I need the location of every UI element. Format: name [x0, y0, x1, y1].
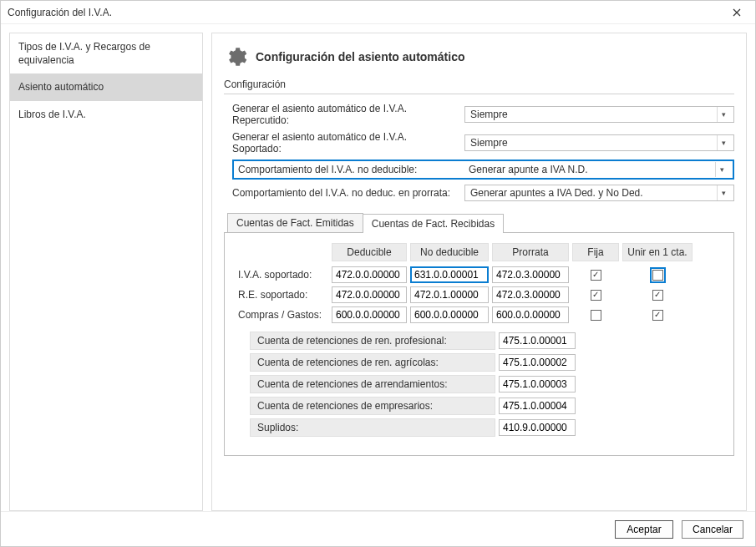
tab-1[interactable]: Cuentas de Fact. Recibidas: [363, 214, 504, 233]
retention-label-3: Cuenta de retenciones de empresarios:: [250, 397, 495, 415]
config-row-2: Comportamiento del I.V.A. no deducible:G…: [232, 160, 734, 180]
window: Configuración del I.V.A. Tipos de I.V.A.…: [0, 0, 756, 547]
retentions: Cuenta de retenciones de ren. profesiona…: [250, 332, 722, 437]
cancel-button[interactable]: Cancelar: [682, 520, 743, 539]
section-title: Configuración: [224, 79, 734, 94]
grid-header-1: No deducible: [410, 243, 489, 261]
config-row-3: Comportamiento del I.V.A. no deduc. en p…: [232, 185, 734, 201]
chk-unir-1[interactable]: ✓: [652, 290, 663, 301]
chevron-down-icon: ▾: [717, 135, 730, 150]
grid-header-0: Deducible: [332, 243, 407, 261]
grid-header-2: Prorrata: [492, 243, 569, 261]
retention-label-1: Cuenta de retenciones de ren. agrícolas:: [250, 353, 495, 372]
chk-unir-2[interactable]: ✓: [652, 310, 663, 321]
retention-label-2: Cuenta de retenciones de arrendamientos:: [250, 375, 495, 393]
retention-row-3: Cuenta de retenciones de empresarios:: [250, 397, 722, 415]
close-button[interactable]: [725, 1, 748, 24]
cell-deducible-1[interactable]: [332, 286, 407, 303]
config-row-1: Generar el asiento automático de I.V.A. …: [232, 131, 734, 154]
retention-value-3[interactable]: [499, 398, 576, 414]
sidebar-item-2[interactable]: Libros de I.V.A.: [10, 101, 202, 128]
cell-nodeducible-2[interactable]: [410, 306, 489, 323]
grid-row-0: I.V.A. soportado:✓: [236, 266, 722, 283]
grid-row-2: Compras / Gastos:✓: [236, 306, 722, 323]
cell-nodeducible-0[interactable]: [410, 266, 489, 283]
config-select-value-3: Generar apuntes a IVA Ded. y No Ded.: [470, 187, 643, 199]
cell-deducible-2[interactable]: [332, 306, 407, 323]
chevron-down-icon: ▾: [715, 162, 728, 177]
retention-value-0[interactable]: [499, 332, 576, 349]
chevron-down-icon: ▾: [717, 107, 730, 122]
config-label-3: Comportamiento del I.V.A. no deduc. en p…: [232, 187, 458, 199]
config-label-0: Generar el asiento automático de I.V.A. …: [232, 103, 458, 126]
retention-row-2: Cuenta de retenciones de arrendamientos:: [250, 375, 722, 393]
grid-row-label-1: R.E. soportado:: [236, 289, 328, 301]
retention-row-1: Cuenta de retenciones de ren. agrícolas:: [250, 353, 722, 372]
config-select-value-1: Siempre: [470, 137, 508, 149]
config-select-0[interactable]: Siempre▾: [464, 106, 734, 123]
grid-header-4: Unir en 1 cta.: [622, 243, 693, 261]
config-select-1[interactable]: Siempre▾: [464, 134, 734, 151]
config-select-3[interactable]: Generar apuntes a IVA Ded. y No Ded.▾: [464, 185, 734, 201]
chevron-down-icon: ▾: [717, 185, 730, 200]
sidebar-item-1[interactable]: Asiento automático: [10, 73, 202, 100]
chk-fija-0[interactable]: ✓: [591, 270, 601, 281]
config-label-1: Generar el asiento automático de I.V.A. …: [232, 131, 458, 154]
tab-panel: DeducibleNo deducibleProrrataFijaUnir en…: [224, 232, 734, 456]
config-row-0: Generar el asiento automático de I.V.A. …: [232, 103, 734, 126]
tab-0[interactable]: Cuentas de Fact. Emitidas: [227, 213, 363, 232]
chk-unir-0[interactable]: [652, 270, 663, 281]
sidebar: Tipos de I.V.A. y Recargos de equivalenc…: [9, 33, 203, 511]
config-label-2: Comportamiento del I.V.A. no deducible:: [235, 164, 457, 175]
window-title: Configuración del I.V.A.: [8, 7, 725, 18]
content-header: Configuración del asiento automático: [224, 45, 734, 68]
tabs: Cuentas de Fact. EmitidasCuentas de Fact…: [224, 213, 734, 232]
retention-value-4[interactable]: [499, 419, 576, 436]
cell-prorrata-0[interactable]: [492, 266, 569, 283]
chk-fija-2[interactable]: [591, 310, 601, 321]
retention-row-4: Suplidos:: [250, 418, 722, 437]
grid-header: DeducibleNo deducibleProrrataFijaUnir en…: [236, 243, 722, 261]
cell-prorrata-1[interactable]: [492, 286, 569, 303]
page-title: Configuración del asiento automático: [256, 50, 464, 63]
cell-prorrata-2[interactable]: [492, 306, 569, 323]
cell-deducible-0[interactable]: [332, 266, 407, 283]
grid-row-1: R.E. soportado:✓✓: [236, 286, 722, 303]
gear-icon: [224, 45, 247, 68]
retention-label-4: Suplidos:: [250, 418, 495, 437]
retention-row-0: Cuenta de retenciones de ren. profesiona…: [250, 332, 722, 350]
retention-label-0: Cuenta de retenciones de ren. profesiona…: [250, 332, 495, 350]
titlebar: Configuración del I.V.A.: [1, 1, 755, 24]
config-select-value-0: Siempre: [470, 109, 508, 120]
grid-row-label-0: I.V.A. soportado:: [236, 269, 328, 281]
accept-button[interactable]: Aceptar: [615, 520, 673, 539]
config-select-2[interactable]: Generar apunte a IVA N.D.▾: [464, 162, 732, 177]
body: Tipos de I.V.A. y Recargos de equivalenc…: [1, 24, 755, 511]
sidebar-item-0[interactable]: Tipos de I.V.A. y Recargos de equivalenc…: [10, 33, 202, 73]
close-icon: [733, 8, 741, 17]
config-select-value-2: Generar apunte a IVA N.D.: [469, 164, 588, 175]
grid-row-label-2: Compras / Gastos:: [236, 309, 328, 321]
footer: Aceptar Cancelar: [1, 511, 755, 546]
retention-value-1[interactable]: [499, 354, 576, 371]
cell-nodeducible-1[interactable]: [410, 286, 489, 303]
grid-header-3: Fija: [572, 243, 619, 261]
config-form: Generar el asiento automático de I.V.A. …: [224, 103, 734, 201]
retention-value-2[interactable]: [499, 376, 576, 393]
chk-fija-1[interactable]: ✓: [591, 290, 601, 301]
content: Configuración del asiento automático Con…: [211, 33, 747, 511]
grid-body: I.V.A. soportado:✓R.E. soportado:✓✓Compr…: [236, 266, 722, 323]
